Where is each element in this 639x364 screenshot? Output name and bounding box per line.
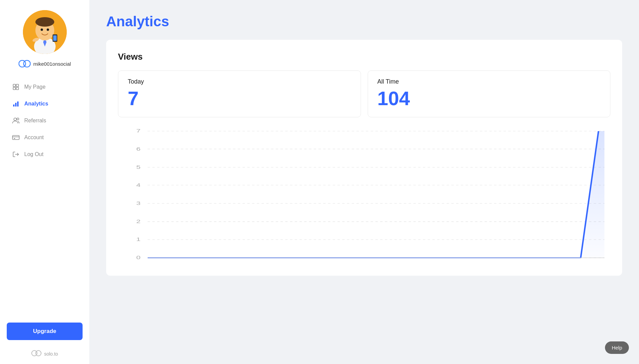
svg-rect-21: [12, 135, 19, 140]
today-label: Today: [128, 78, 351, 85]
logout-icon: [12, 151, 20, 158]
upgrade-button[interactable]: Upgrade: [7, 323, 83, 340]
svg-rect-18: [17, 101, 19, 107]
stat-card-alltime: All Time 104: [368, 70, 611, 117]
svg-point-26: [36, 351, 41, 356]
sidebar-label-my-page: My Page: [24, 84, 45, 90]
brand-row: mike001onsocial: [19, 60, 71, 67]
footer-brand-label: solo.to: [44, 351, 58, 357]
sidebar-item-account[interactable]: Account: [7, 130, 83, 145]
page-title: Analytics: [106, 13, 622, 30]
users-icon: [12, 117, 20, 124]
analytics-card: Views Today 7 All Time 104: [106, 40, 622, 276]
today-value: 7: [128, 89, 351, 108]
brand-logo-icon: [19, 60, 31, 67]
svg-rect-15: [16, 87, 19, 90]
svg-text:4: 4: [136, 182, 141, 188]
views-label: Views: [118, 52, 610, 62]
svg-text:6: 6: [136, 146, 141, 152]
svg-point-20: [17, 118, 19, 120]
views-chart: 0 1 2 3 4 5 6 7: [118, 127, 610, 269]
sidebar-label-logout: Log Out: [24, 151, 43, 157]
sidebar-item-referrals[interactable]: Referrals: [7, 113, 83, 128]
svg-text:0: 0: [136, 255, 141, 260]
sidebar-label-account: Account: [24, 134, 44, 141]
svg-text:1: 1: [136, 237, 141, 242]
svg-point-11: [24, 60, 30, 67]
svg-rect-14: [13, 87, 16, 90]
svg-rect-8: [53, 35, 57, 41]
stat-card-today: Today 7: [118, 70, 361, 117]
help-button[interactable]: Help: [605, 341, 629, 354]
credit-card-icon: [12, 134, 20, 141]
sidebar-footer: solo.to: [31, 350, 58, 357]
svg-text:5: 5: [136, 164, 141, 170]
layout-icon: [12, 83, 20, 91]
sidebar-label-analytics: Analytics: [24, 101, 48, 107]
svg-rect-16: [13, 104, 14, 107]
svg-text:2: 2: [136, 219, 141, 224]
alltime-value: 104: [377, 89, 601, 108]
sidebar-item-analytics[interactable]: Analytics: [7, 96, 83, 112]
sidebar-nav: My Page Analytics: [0, 79, 89, 162]
svg-rect-13: [16, 84, 19, 87]
svg-rect-17: [15, 103, 17, 107]
sidebar: mike001onsocial My Page: [0, 0, 89, 364]
svg-marker-43: [148, 131, 604, 258]
avatar: [23, 10, 67, 54]
sidebar-label-referrals: Referrals: [24, 118, 46, 124]
alltime-label: All Time: [377, 78, 601, 85]
sidebar-item-my-page[interactable]: My Page: [7, 79, 83, 95]
bar-chart-icon: [12, 100, 20, 108]
svg-point-5: [40, 29, 43, 31]
svg-text:3: 3: [136, 201, 141, 206]
svg-point-6: [47, 29, 49, 31]
stats-row: Today 7 All Time 104: [118, 70, 610, 117]
svg-rect-12: [13, 84, 16, 87]
main-content: Analytics Views Today 7 All Time 104: [89, 0, 639, 364]
svg-point-4: [35, 17, 54, 27]
sidebar-item-logout[interactable]: Log Out: [7, 147, 83, 162]
username-label: mike001onsocial: [33, 61, 71, 67]
svg-text:7: 7: [136, 128, 141, 134]
footer-logo-icon: [31, 350, 41, 357]
svg-point-19: [14, 118, 17, 121]
